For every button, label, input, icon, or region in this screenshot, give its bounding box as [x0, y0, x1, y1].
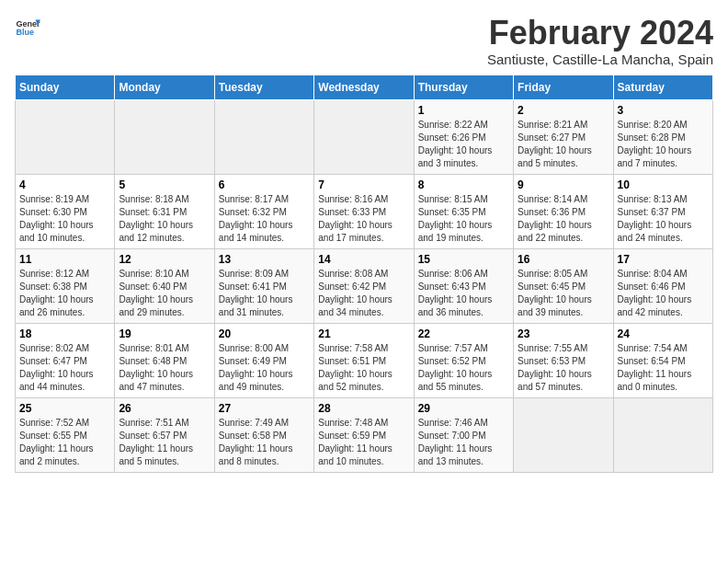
day-number: 23	[518, 327, 609, 340]
calendar-cell: 12Sunrise: 8:10 AM Sunset: 6:40 PM Dayli…	[115, 248, 214, 323]
day-info: Sunrise: 8:06 AM Sunset: 6:43 PM Dayligh…	[418, 268, 509, 319]
day-number: 4	[19, 178, 110, 191]
weekday-header: Wednesday	[314, 75, 414, 99]
day-info: Sunrise: 8:19 AM Sunset: 6:30 PM Dayligh…	[19, 193, 110, 245]
day-info: Sunrise: 7:55 AM Sunset: 6:53 PM Dayligh…	[518, 342, 609, 394]
day-info: Sunrise: 7:54 AM Sunset: 6:54 PM Dayligh…	[618, 342, 709, 394]
day-number: 6	[219, 178, 310, 191]
day-number: 1	[418, 104, 509, 117]
day-number: 10	[618, 178, 709, 191]
calendar-cell: 7Sunrise: 8:16 AM Sunset: 6:33 PM Daylig…	[314, 174, 414, 248]
day-number: 17	[618, 253, 709, 266]
calendar-cell: 5Sunrise: 8:18 AM Sunset: 6:31 PM Daylig…	[115, 174, 214, 248]
day-info: Sunrise: 7:46 AM Sunset: 7:00 PM Dayligh…	[418, 417, 509, 468]
day-number: 25	[19, 402, 110, 415]
day-info: Sunrise: 8:02 AM Sunset: 6:47 PM Dayligh…	[19, 342, 110, 394]
calendar-week-row: 25Sunrise: 7:52 AM Sunset: 6:55 PM Dayli…	[16, 397, 713, 472]
page-title: February 2024	[487, 15, 713, 52]
day-info: Sunrise: 8:15 AM Sunset: 6:35 PM Dayligh…	[418, 193, 509, 245]
day-info: Sunrise: 8:05 AM Sunset: 6:45 PM Dayligh…	[518, 268, 609, 319]
calendar-cell	[314, 99, 414, 174]
weekday-header: Saturday	[613, 75, 712, 99]
calendar-cell: 27Sunrise: 7:49 AM Sunset: 6:58 PM Dayli…	[214, 397, 313, 472]
day-info: Sunrise: 8:00 AM Sunset: 6:49 PM Dayligh…	[219, 342, 310, 394]
day-info: Sunrise: 7:58 AM Sunset: 6:51 PM Dayligh…	[318, 342, 409, 394]
calendar-cell: 2Sunrise: 8:21 AM Sunset: 6:27 PM Daylig…	[514, 99, 613, 174]
day-number: 9	[518, 178, 609, 191]
calendar-cell: 6Sunrise: 8:17 AM Sunset: 6:32 PM Daylig…	[214, 174, 313, 248]
day-number: 29	[418, 402, 509, 415]
day-number: 12	[119, 253, 210, 266]
calendar-cell	[514, 397, 613, 472]
calendar-cell: 13Sunrise: 8:09 AM Sunset: 6:41 PM Dayli…	[214, 248, 313, 323]
day-info: Sunrise: 8:10 AM Sunset: 6:40 PM Dayligh…	[119, 268, 210, 319]
calendar-cell: 11Sunrise: 8:12 AM Sunset: 6:38 PM Dayli…	[16, 248, 115, 323]
calendar-cell: 9Sunrise: 8:14 AM Sunset: 6:36 PM Daylig…	[514, 174, 613, 248]
calendar-week-row: 4Sunrise: 8:19 AM Sunset: 6:30 PM Daylig…	[16, 174, 713, 248]
title-area: February 2024 Santiuste, Castille-La Man…	[487, 15, 713, 67]
calendar-body: 1Sunrise: 8:22 AM Sunset: 6:26 PM Daylig…	[16, 99, 713, 472]
day-info: Sunrise: 8:20 AM Sunset: 6:28 PM Dayligh…	[618, 119, 709, 170]
calendar-week-row: 18Sunrise: 8:02 AM Sunset: 6:47 PM Dayli…	[16, 323, 713, 397]
calendar-cell: 16Sunrise: 8:05 AM Sunset: 6:45 PM Dayli…	[514, 248, 613, 323]
logo-icon: General Blue	[15, 15, 40, 40]
calendar-cell: 28Sunrise: 7:48 AM Sunset: 6:59 PM Dayli…	[314, 397, 414, 472]
calendar-cell: 19Sunrise: 8:01 AM Sunset: 6:48 PM Dayli…	[115, 323, 214, 397]
day-info: Sunrise: 8:17 AM Sunset: 6:32 PM Dayligh…	[219, 193, 310, 245]
calendar-cell: 20Sunrise: 8:00 AM Sunset: 6:49 PM Dayli…	[214, 323, 313, 397]
calendar-cell: 15Sunrise: 8:06 AM Sunset: 6:43 PM Dayli…	[414, 248, 513, 323]
calendar-cell: 26Sunrise: 7:51 AM Sunset: 6:57 PM Dayli…	[115, 397, 214, 472]
calendar-cell	[613, 397, 712, 472]
day-info: Sunrise: 8:12 AM Sunset: 6:38 PM Dayligh…	[19, 268, 110, 319]
calendar-cell	[115, 99, 214, 174]
day-info: Sunrise: 8:22 AM Sunset: 6:26 PM Dayligh…	[418, 119, 509, 170]
day-info: Sunrise: 8:01 AM Sunset: 6:48 PM Dayligh…	[119, 342, 210, 394]
calendar-cell	[214, 99, 313, 174]
calendar-cell: 8Sunrise: 8:15 AM Sunset: 6:35 PM Daylig…	[414, 174, 513, 248]
calendar-cell: 10Sunrise: 8:13 AM Sunset: 6:37 PM Dayli…	[613, 174, 712, 248]
day-info: Sunrise: 8:16 AM Sunset: 6:33 PM Dayligh…	[318, 193, 409, 245]
day-number: 3	[618, 104, 709, 117]
day-info: Sunrise: 7:57 AM Sunset: 6:52 PM Dayligh…	[418, 342, 509, 394]
day-number: 28	[318, 402, 409, 415]
day-number: 20	[219, 327, 310, 340]
day-number: 21	[318, 327, 409, 340]
day-number: 27	[219, 402, 310, 415]
calendar-cell: 18Sunrise: 8:02 AM Sunset: 6:47 PM Dayli…	[16, 323, 115, 397]
calendar-cell: 14Sunrise: 8:08 AM Sunset: 6:42 PM Dayli…	[314, 248, 414, 323]
day-number: 15	[418, 253, 509, 266]
day-info: Sunrise: 8:18 AM Sunset: 6:31 PM Dayligh…	[119, 193, 210, 245]
calendar-table: SundayMondayTuesdayWednesdayThursdayFrid…	[15, 75, 713, 473]
calendar-cell: 21Sunrise: 7:58 AM Sunset: 6:51 PM Dayli…	[314, 323, 414, 397]
day-number: 22	[418, 327, 509, 340]
day-info: Sunrise: 8:08 AM Sunset: 6:42 PM Dayligh…	[318, 268, 409, 319]
day-info: Sunrise: 8:09 AM Sunset: 6:41 PM Dayligh…	[219, 268, 310, 319]
day-info: Sunrise: 7:51 AM Sunset: 6:57 PM Dayligh…	[119, 417, 210, 468]
calendar-cell	[16, 99, 115, 174]
calendar-cell: 1Sunrise: 8:22 AM Sunset: 6:26 PM Daylig…	[414, 99, 513, 174]
day-number: 13	[219, 253, 310, 266]
day-info: Sunrise: 8:21 AM Sunset: 6:27 PM Dayligh…	[518, 119, 609, 170]
logo: General Blue	[15, 15, 40, 40]
calendar-header-row: SundayMondayTuesdayWednesdayThursdayFrid…	[16, 75, 713, 99]
day-number: 19	[119, 327, 210, 340]
weekday-header: Sunday	[16, 75, 115, 99]
weekday-header: Thursday	[414, 75, 513, 99]
day-number: 16	[518, 253, 609, 266]
day-info: Sunrise: 7:52 AM Sunset: 6:55 PM Dayligh…	[19, 417, 110, 468]
weekday-header: Tuesday	[214, 75, 313, 99]
day-number: 8	[418, 178, 509, 191]
day-info: Sunrise: 8:14 AM Sunset: 6:36 PM Dayligh…	[518, 193, 609, 245]
page-header: General Blue February 2024 Santiuste, Ca…	[15, 15, 713, 67]
day-info: Sunrise: 7:49 AM Sunset: 6:58 PM Dayligh…	[219, 417, 310, 468]
calendar-cell: 25Sunrise: 7:52 AM Sunset: 6:55 PM Dayli…	[16, 397, 115, 472]
day-number: 24	[618, 327, 709, 340]
day-info: Sunrise: 7:48 AM Sunset: 6:59 PM Dayligh…	[318, 417, 409, 468]
calendar-cell: 17Sunrise: 8:04 AM Sunset: 6:46 PM Dayli…	[613, 248, 712, 323]
calendar-cell: 29Sunrise: 7:46 AM Sunset: 7:00 PM Dayli…	[414, 397, 513, 472]
calendar-week-row: 11Sunrise: 8:12 AM Sunset: 6:38 PM Dayli…	[16, 248, 713, 323]
calendar-week-row: 1Sunrise: 8:22 AM Sunset: 6:26 PM Daylig…	[16, 99, 713, 174]
calendar-cell: 24Sunrise: 7:54 AM Sunset: 6:54 PM Dayli…	[613, 323, 712, 397]
weekday-header: Monday	[115, 75, 214, 99]
weekday-header: Friday	[514, 75, 613, 99]
